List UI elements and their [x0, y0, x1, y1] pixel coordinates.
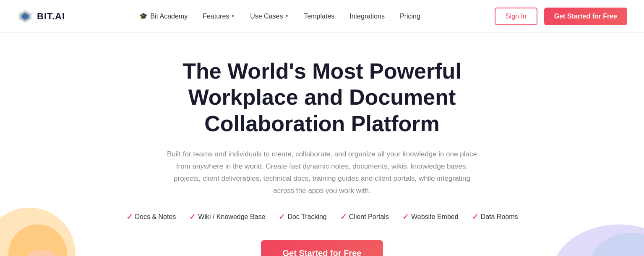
feature-doc-tracking: ✓ Doc Tracking — [279, 212, 326, 222]
feature-website-embed: ✓ Website Embed — [402, 212, 459, 222]
hero-subtitle: Built for teams and individuals to creat… — [163, 148, 482, 197]
logo-text: BIT.AI — [37, 11, 65, 22]
use-cases-chevron-icon: ▼ — [284, 14, 289, 18]
logo[interactable]: BIT.AI — [17, 8, 65, 25]
logo-icon — [17, 8, 34, 25]
check-icon-docs: ✓ — [126, 212, 133, 222]
nav-item-features[interactable]: Features ▼ — [203, 13, 235, 20]
hero-features: ✓ Docs & Notes ✓ Wiki / Knowedge Base ✓ … — [126, 212, 518, 222]
circle-pink — [21, 250, 63, 256]
check-icon-wiki: ✓ — [189, 212, 196, 222]
signin-button[interactable]: Sign In — [495, 8, 537, 25]
check-icon-portals: ✓ — [340, 212, 347, 222]
nav-item-integrations[interactable]: Integrations — [349, 13, 385, 20]
nav-getstarted-button[interactable]: Get Started for Free — [544, 8, 627, 25]
feature-docs-notes: ✓ Docs & Notes — [126, 212, 176, 222]
deco-left — [0, 208, 76, 256]
nav-item-use-cases[interactable]: Use Cases ▼ — [250, 13, 289, 20]
check-icon-tracking: ✓ — [279, 212, 285, 222]
hero-section: The World's Most Powerful Workplace and … — [0, 33, 644, 256]
graduation-cap-icon: 🎓 — [139, 12, 148, 20]
navbar: BIT.AI 🎓 Bit Academy Features ▼ Use Case… — [0, 0, 644, 33]
svg-point-5 — [589, 233, 644, 256]
features-chevron-icon: ▼ — [231, 14, 235, 18]
circle-inner — [8, 224, 67, 256]
nav-item-bit-academy[interactable]: 🎓 Bit Academy — [139, 12, 188, 20]
deco-right — [552, 208, 644, 256]
svg-point-4 — [552, 224, 644, 256]
nav-item-templates[interactable]: Templates — [304, 13, 334, 20]
feature-data-rooms: ✓ Data Rooms — [472, 212, 518, 222]
check-icon-data-rooms: ✓ — [472, 212, 478, 222]
feature-wiki: ✓ Wiki / Knowedge Base — [189, 212, 265, 222]
svg-point-6 — [610, 254, 644, 256]
nav-center: 🎓 Bit Academy Features ▼ Use Cases ▼ Tem… — [139, 12, 420, 20]
feature-client-portals: ✓ Client Portals — [340, 212, 389, 222]
circle-outer — [0, 208, 76, 256]
nav-item-pricing[interactable]: Pricing — [400, 13, 420, 20]
hero-cta-button[interactable]: Get Started for Free — [261, 240, 383, 256]
nav-actions: Sign In Get Started for Free — [495, 8, 627, 25]
hero-title: The World's Most Powerful Workplace and … — [133, 58, 511, 137]
check-icon-embed: ✓ — [402, 212, 409, 222]
right-deco-shape — [552, 208, 644, 256]
